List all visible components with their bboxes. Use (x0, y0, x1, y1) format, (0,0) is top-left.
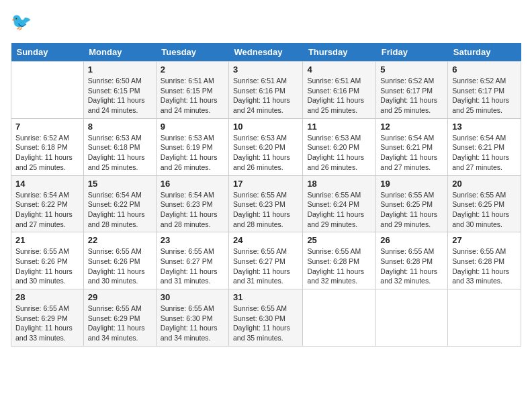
calendar-cell: 6Sunrise: 6:52 AMSunset: 6:17 PMDaylight… (448, 62, 521, 119)
weekday-header-wednesday: Wednesday (229, 43, 303, 62)
day-info: Sunrise: 6:53 AMSunset: 6:18 PMDaylight:… (88, 133, 152, 173)
calendar-cell: 1Sunrise: 6:50 AMSunset: 6:15 PMDaylight… (83, 62, 156, 119)
calendar-cell: 28Sunrise: 6:55 AMSunset: 6:29 PMDayligh… (11, 289, 84, 347)
day-info: Sunrise: 6:55 AMSunset: 6:26 PMDaylight:… (15, 246, 79, 286)
svg-text:🐦: 🐦 (11, 11, 32, 32)
day-number: 19 (380, 179, 443, 189)
day-number: 5 (380, 64, 443, 75)
calendar-cell (11, 62, 84, 119)
calendar-cell: 27Sunrise: 6:55 AMSunset: 6:28 PMDayligh… (448, 232, 521, 289)
calendar-cell (303, 289, 376, 347)
day-number: 4 (307, 64, 371, 75)
day-number: 15 (88, 179, 152, 189)
day-number: 30 (161, 292, 224, 302)
calendar-cell: 3Sunrise: 6:51 AMSunset: 6:16 PMDaylight… (229, 62, 303, 119)
day-info: Sunrise: 6:55 AMSunset: 6:25 PMDaylight:… (452, 190, 517, 230)
calendar-cell: 15Sunrise: 6:54 AMSunset: 6:22 PMDayligh… (83, 175, 156, 232)
day-info: Sunrise: 6:51 AMSunset: 6:15 PMDaylight:… (161, 76, 224, 116)
day-info: Sunrise: 6:55 AMSunset: 6:26 PMDaylight:… (88, 246, 152, 286)
logo: 🐦 (11, 11, 38, 35)
day-info: Sunrise: 6:50 AMSunset: 6:15 PMDaylight:… (88, 76, 152, 116)
day-number: 24 (233, 235, 298, 245)
day-info: Sunrise: 6:55 AMSunset: 6:29 PMDaylight:… (88, 304, 152, 343)
weekday-header-monday: Monday (83, 43, 156, 62)
day-info: Sunrise: 6:55 AMSunset: 6:30 PMDaylight:… (161, 304, 224, 343)
calendar-cell: 5Sunrise: 6:52 AMSunset: 6:17 PMDaylight… (376, 62, 448, 119)
calendar-week-3: 14Sunrise: 6:54 AMSunset: 6:22 PMDayligh… (11, 175, 521, 232)
day-info: Sunrise: 6:55 AMSunset: 6:28 PMDaylight:… (452, 246, 517, 286)
day-number: 13 (452, 122, 517, 132)
day-info: Sunrise: 6:53 AMSunset: 6:20 PMDaylight:… (233, 133, 298, 173)
day-number: 6 (452, 64, 517, 75)
day-info: Sunrise: 6:53 AMSunset: 6:20 PMDaylight:… (307, 133, 371, 173)
day-info: Sunrise: 6:52 AMSunset: 6:17 PMDaylight:… (380, 76, 443, 116)
day-number: 25 (307, 235, 371, 245)
day-number: 28 (15, 292, 79, 302)
weekday-header-tuesday: Tuesday (156, 43, 228, 62)
calendar-cell: 11Sunrise: 6:53 AMSunset: 6:20 PMDayligh… (303, 118, 376, 175)
day-info: Sunrise: 6:53 AMSunset: 6:19 PMDaylight:… (161, 133, 224, 173)
calendar-cell: 20Sunrise: 6:55 AMSunset: 6:25 PMDayligh… (448, 175, 521, 232)
day-info: Sunrise: 6:54 AMSunset: 6:22 PMDaylight:… (88, 190, 152, 230)
calendar-cell: 31Sunrise: 6:55 AMSunset: 6:30 PMDayligh… (229, 289, 303, 347)
day-info: Sunrise: 6:55 AMSunset: 6:23 PMDaylight:… (233, 190, 298, 230)
day-number: 29 (88, 292, 152, 302)
weekday-header-row: SundayMondayTuesdayWednesdayThursdayFrid… (11, 43, 521, 62)
day-info: Sunrise: 6:52 AMSunset: 6:17 PMDaylight:… (452, 76, 517, 116)
calendar-week-4: 21Sunrise: 6:55 AMSunset: 6:26 PMDayligh… (11, 232, 521, 289)
day-info: Sunrise: 6:54 AMSunset: 6:21 PMDaylight:… (452, 133, 517, 173)
day-number: 23 (161, 235, 224, 245)
day-info: Sunrise: 6:55 AMSunset: 6:24 PMDaylight:… (307, 190, 371, 230)
day-info: Sunrise: 6:52 AMSunset: 6:18 PMDaylight:… (15, 133, 79, 173)
day-number: 31 (233, 292, 298, 302)
calendar-cell: 13Sunrise: 6:54 AMSunset: 6:21 PMDayligh… (448, 118, 521, 175)
weekday-header-sunday: Sunday (11, 43, 84, 62)
calendar-cell (448, 289, 521, 347)
day-info: Sunrise: 6:55 AMSunset: 6:28 PMDaylight:… (380, 246, 443, 286)
calendar-week-5: 28Sunrise: 6:55 AMSunset: 6:29 PMDayligh… (11, 289, 521, 347)
day-info: Sunrise: 6:54 AMSunset: 6:22 PMDaylight:… (15, 190, 79, 230)
calendar-cell: 2Sunrise: 6:51 AMSunset: 6:15 PMDaylight… (156, 62, 228, 119)
day-number: 8 (88, 122, 152, 132)
calendar-week-2: 7Sunrise: 6:52 AMSunset: 6:18 PMDaylight… (11, 118, 521, 175)
weekday-header-thursday: Thursday (303, 43, 376, 62)
day-info: Sunrise: 6:55 AMSunset: 6:25 PMDaylight:… (380, 190, 443, 230)
calendar-cell: 24Sunrise: 6:55 AMSunset: 6:27 PMDayligh… (229, 232, 303, 289)
calendar-cell: 29Sunrise: 6:55 AMSunset: 6:29 PMDayligh… (83, 289, 156, 347)
day-number: 18 (307, 179, 371, 189)
calendar-cell: 19Sunrise: 6:55 AMSunset: 6:25 PMDayligh… (376, 175, 448, 232)
day-info: Sunrise: 6:55 AMSunset: 6:27 PMDaylight:… (161, 246, 224, 286)
calendar-cell: 10Sunrise: 6:53 AMSunset: 6:20 PMDayligh… (229, 118, 303, 175)
calendar-cell: 21Sunrise: 6:55 AMSunset: 6:26 PMDayligh… (11, 232, 84, 289)
day-number: 22 (88, 235, 152, 245)
day-number: 7 (15, 122, 79, 132)
page-header: 🐦 (11, 11, 521, 35)
calendar-cell: 18Sunrise: 6:55 AMSunset: 6:24 PMDayligh… (303, 175, 376, 232)
day-number: 1 (88, 64, 152, 75)
day-number: 3 (233, 64, 298, 75)
day-number: 12 (380, 122, 443, 132)
calendar-cell: 26Sunrise: 6:55 AMSunset: 6:28 PMDayligh… (376, 232, 448, 289)
day-number: 2 (161, 64, 224, 75)
day-info: Sunrise: 6:51 AMSunset: 6:16 PMDaylight:… (233, 76, 298, 116)
day-info: Sunrise: 6:55 AMSunset: 6:27 PMDaylight:… (233, 246, 298, 286)
day-number: 16 (161, 179, 224, 189)
calendar-cell: 14Sunrise: 6:54 AMSunset: 6:22 PMDayligh… (11, 175, 84, 232)
weekday-header-friday: Friday (376, 43, 448, 62)
day-info: Sunrise: 6:51 AMSunset: 6:16 PMDaylight:… (307, 76, 371, 116)
day-info: Sunrise: 6:55 AMSunset: 6:28 PMDaylight:… (307, 246, 371, 286)
calendar-cell: 30Sunrise: 6:55 AMSunset: 6:30 PMDayligh… (156, 289, 228, 347)
day-number: 17 (233, 179, 298, 189)
day-info: Sunrise: 6:54 AMSunset: 6:21 PMDaylight:… (380, 133, 443, 173)
day-number: 11 (307, 122, 371, 132)
day-number: 9 (161, 122, 224, 132)
day-info: Sunrise: 6:55 AMSunset: 6:30 PMDaylight:… (233, 304, 298, 343)
calendar-cell: 7Sunrise: 6:52 AMSunset: 6:18 PMDaylight… (11, 118, 84, 175)
calendar-cell (376, 289, 448, 347)
calendar-cell: 25Sunrise: 6:55 AMSunset: 6:28 PMDayligh… (303, 232, 376, 289)
calendar-cell: 16Sunrise: 6:54 AMSunset: 6:23 PMDayligh… (156, 175, 228, 232)
calendar-cell: 22Sunrise: 6:55 AMSunset: 6:26 PMDayligh… (83, 232, 156, 289)
day-number: 14 (15, 179, 79, 189)
day-number: 21 (15, 235, 79, 245)
weekday-header-saturday: Saturday (448, 43, 521, 62)
